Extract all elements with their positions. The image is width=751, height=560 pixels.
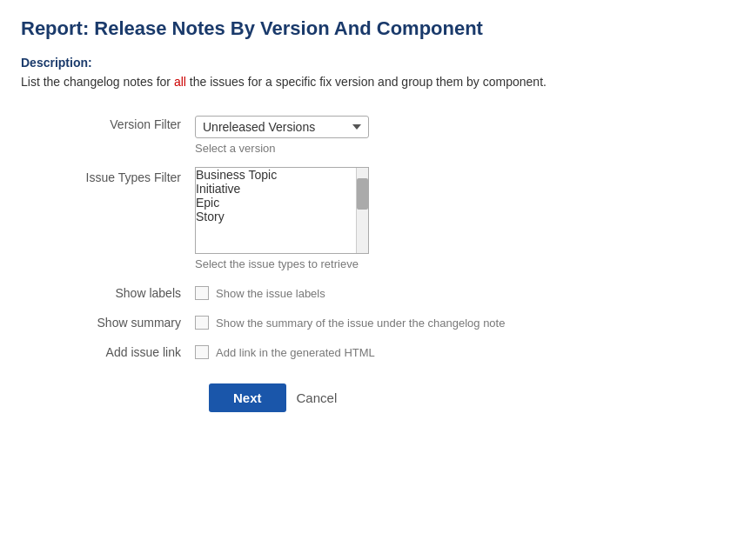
show-summary-checkbox[interactable]	[195, 316, 209, 330]
issue-types-listbox[interactable]: Business Topic Initiative Epic Story	[195, 167, 369, 254]
issue-types-items-container: Business Topic Initiative Epic Story	[196, 168, 356, 253]
add-issue-link-field: Add link in the generated HTML	[195, 340, 730, 370]
show-labels-hint: Show the issue labels	[216, 287, 325, 300]
description-text-before: List the changelog notes for	[21, 75, 174, 89]
version-filter-dropdown-value: Unreleased Versions	[203, 120, 315, 134]
show-labels-row: Show labels Show the issue labels	[21, 281, 730, 310]
description-label: Description:	[21, 56, 730, 70]
list-item[interactable]: Story	[196, 210, 356, 223]
add-issue-link-label: Add issue link	[21, 340, 195, 370]
add-issue-link-hint: Add link in the generated HTML	[216, 346, 375, 359]
show-labels-label: Show labels	[21, 281, 195, 310]
show-labels-field: Show the issue labels	[195, 281, 730, 310]
issue-types-filter-row: Issue Types Filter Business Topic Initia…	[21, 165, 730, 281]
show-summary-label: Show summary	[21, 310, 195, 340]
version-filter-dropdown[interactable]: Unreleased Versions	[195, 116, 369, 138]
form: Version Filter Unreleased Versions Selec…	[21, 112, 730, 370]
dropdown-arrow-icon	[352, 124, 361, 130]
list-item[interactable]: Initiative	[196, 182, 356, 196]
add-issue-link-row: Add issue link Add link in the generated…	[21, 340, 730, 370]
description-text-after: the issues for a specific fix version an…	[186, 75, 546, 89]
show-labels-checkbox-row: Show the issue labels	[195, 283, 730, 300]
show-labels-checkbox[interactable]	[195, 286, 209, 300]
issue-types-label: Issue Types Filter	[21, 165, 195, 281]
page-title: Report: Release Notes By Version And Com…	[21, 17, 730, 40]
listbox-scrollbar-thumb	[357, 178, 368, 210]
show-summary-row: Show summary Show the summary of the iss…	[21, 310, 730, 340]
list-item[interactable]: Epic	[196, 196, 356, 210]
list-item[interactable]: Business Topic	[196, 168, 356, 182]
show-summary-hint: Show the summary of the issue under the …	[216, 317, 505, 330]
version-filter-field: Unreleased Versions Select a version	[195, 112, 730, 165]
show-summary-checkbox-row: Show the summary of the issue under the …	[195, 312, 730, 330]
version-filter-row: Version Filter Unreleased Versions Selec…	[21, 112, 730, 165]
cancel-button[interactable]: Cancel	[297, 390, 338, 405]
add-issue-link-checkbox[interactable]	[195, 345, 209, 359]
next-button[interactable]: Next	[209, 383, 286, 412]
listbox-scrollbar[interactable]	[356, 168, 368, 253]
button-row: Next Cancel	[21, 383, 730, 412]
issue-types-hint: Select the issue types to retrieve	[195, 257, 730, 270]
show-summary-field: Show the summary of the issue under the …	[195, 310, 730, 340]
version-filter-hint: Select a version	[195, 142, 730, 155]
issue-types-field: Business Topic Initiative Epic Story Sel…	[195, 165, 730, 281]
description-highlight: all	[174, 75, 186, 89]
description-text: List the changelog notes for all the iss…	[21, 73, 730, 91]
add-issue-link-checkbox-row: Add link in the generated HTML	[195, 342, 730, 359]
version-filter-label: Version Filter	[21, 112, 195, 165]
